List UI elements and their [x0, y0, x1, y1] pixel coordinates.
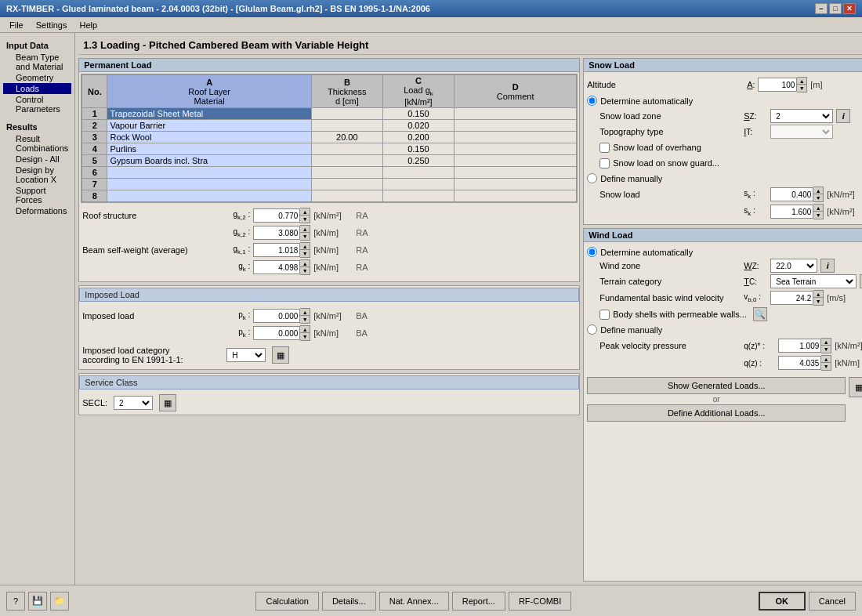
menu-settings[interactable]: Settings — [30, 19, 74, 31]
body-shells-search-btn[interactable]: 🔍 — [753, 307, 767, 321]
details-button[interactable]: Details... — [322, 592, 376, 611]
qz-spinner1[interactable]: ▲ ▼ — [778, 338, 831, 353]
snow-zone-select[interactable]: 123 — [770, 109, 833, 123]
close-button[interactable]: ✕ — [843, 3, 856, 14]
sk-input2[interactable] — [770, 205, 813, 219]
sidebar-item-beam-type[interactable]: Beam Type and Material — [3, 52, 71, 72]
terrain-category-select[interactable]: Sea Terrain Flat Country Rough Country C… — [770, 274, 857, 288]
open-button[interactable]: 📁 — [50, 592, 69, 611]
imposed-category-select[interactable]: HABCDE — [226, 348, 266, 362]
cell-5-c[interactable]: 0.250 — [382, 155, 454, 167]
cell-8-c[interactable] — [382, 190, 454, 202]
gk1-spinner[interactable]: ▲ ▼ — [253, 242, 310, 258]
cell-4-d[interactable] — [455, 143, 577, 155]
vb-input[interactable] — [770, 291, 813, 305]
pk-down2[interactable]: ▼ — [300, 333, 310, 340]
gk1-down[interactable]: ▼ — [300, 250, 310, 257]
save-button[interactable]: 💾 — [28, 592, 47, 611]
sk-spinner2[interactable]: ▲ ▼ — [770, 204, 824, 219]
topography-select[interactable] — [770, 125, 833, 139]
sidebar-item-support-forces[interactable]: Support Forces — [3, 185, 71, 205]
gk2-input1[interactable] — [253, 208, 300, 223]
help-button[interactable]: ? — [6, 592, 25, 611]
vb-down[interactable]: ▼ — [813, 298, 823, 305]
cell-7-a[interactable] — [107, 179, 311, 190]
category-icon-btn[interactable]: ▦ — [272, 346, 289, 364]
gk2-up1[interactable]: ▲ — [300, 208, 310, 216]
pk-up2[interactable]: ▲ — [300, 326, 310, 333]
cell-6-a[interactable] — [107, 167, 311, 179]
wind-zone-info-btn[interactable]: i — [820, 259, 835, 273]
ok-button[interactable]: OK — [759, 592, 806, 611]
cell-3-a[interactable]: Rock Wool — [107, 132, 311, 143]
cancel-button[interactable]: Cancel — [809, 592, 856, 611]
report-button[interactable]: Report... — [452, 592, 505, 611]
wind-manual-radio[interactable] — [587, 324, 597, 335]
gk-up[interactable]: ▲ — [300, 260, 310, 267]
minimize-button[interactable]: − — [815, 3, 828, 14]
secl-icon-btn[interactable]: ▦ — [159, 394, 176, 411]
altitude-up[interactable]: ▲ — [797, 78, 806, 85]
wind-auto-radio[interactable] — [587, 247, 597, 257]
sk-spinner1[interactable]: ▲ ▼ — [770, 187, 824, 202]
cell-3-c[interactable]: 0.200 — [382, 132, 454, 143]
cell-7-d[interactable] — [455, 179, 577, 190]
gk2-down2[interactable]: ▼ — [300, 233, 310, 240]
altitude-spinner[interactable]: ▲ ▼ — [758, 77, 807, 92]
sk-input1[interactable] — [770, 187, 813, 201]
body-shells-check[interactable] — [599, 310, 610, 320]
cell-5-d[interactable] — [455, 155, 577, 167]
permanent-load-table-scroll[interactable]: No. ARoof LayerMaterial BThicknessd [cm]… — [81, 74, 578, 203]
sidebar-item-design-all[interactable]: Design - All — [3, 154, 71, 165]
pk-input1[interactable] — [253, 309, 300, 323]
vb-up[interactable]: ▲ — [813, 291, 823, 298]
sidebar-item-control[interactable]: Control Parameters — [3, 94, 71, 114]
cell-3-d[interactable] — [455, 132, 577, 143]
maximize-button[interactable]: □ — [829, 3, 842, 14]
gk2-down1[interactable]: ▼ — [300, 216, 310, 223]
cell-8-b[interactable] — [311, 190, 382, 202]
qz-up1[interactable]: ▲ — [821, 339, 831, 346]
cell-7-c[interactable] — [382, 179, 454, 190]
cell-4-c[interactable]: 0.150 — [382, 143, 454, 155]
pk-down1[interactable]: ▼ — [300, 316, 310, 323]
cell-6-d[interactable] — [455, 167, 577, 179]
cell-8-a[interactable] — [107, 190, 311, 202]
sidebar-item-result-combinations[interactable]: Result Combinations — [3, 133, 71, 154]
cell-1-a[interactable]: Trapezoidal Sheet Metal — [107, 108, 311, 120]
cell-2-d[interactable] — [455, 120, 577, 132]
cell-4-a[interactable]: Purlins — [107, 143, 311, 155]
qz-input2[interactable] — [778, 356, 821, 370]
calculation-button[interactable]: Calculation — [255, 592, 318, 611]
cell-2-b[interactable] — [311, 120, 382, 132]
sidebar-item-loads[interactable]: Loads — [3, 83, 71, 94]
secl-select[interactable]: 123 — [114, 396, 153, 410]
sk-up2[interactable]: ▲ — [813, 205, 823, 212]
qz-spinner2[interactable]: ▲ ▼ — [778, 355, 831, 371]
cell-2-a[interactable]: Vapour Barrier — [107, 120, 311, 132]
cell-1-c[interactable]: 0.150 — [382, 108, 454, 120]
sidebar-item-geometry[interactable]: Geometry — [3, 72, 71, 83]
snow-guard-check[interactable] — [599, 158, 610, 168]
pk-spinner1[interactable]: ▲ ▼ — [253, 308, 310, 324]
qz-input1[interactable] — [778, 339, 821, 353]
cell-3-b[interactable]: 20.00 — [311, 132, 382, 143]
rf-combi-button[interactable]: RF-COMBI — [509, 592, 571, 611]
gk2-spinner1[interactable]: ▲ ▼ — [253, 208, 310, 223]
wind-zone-select[interactable]: 22.023.024.025.0 — [770, 259, 817, 273]
gk-spinner[interactable]: ▲ ▼ — [253, 259, 310, 275]
gk2-up2[interactable]: ▲ — [300, 226, 310, 233]
snow-overhang-check[interactable] — [599, 143, 610, 153]
cell-2-c[interactable]: 0.020 — [382, 120, 454, 132]
snow-auto-radio[interactable] — [587, 96, 597, 106]
pk-spinner2[interactable]: ▲ ▼ — [253, 325, 310, 341]
gk1-up[interactable]: ▲ — [300, 243, 310, 250]
cell-6-c[interactable] — [382, 167, 454, 179]
altitude-input[interactable] — [758, 78, 797, 92]
pk-input2[interactable] — [253, 326, 300, 340]
snow-zone-info-btn[interactable]: i — [836, 109, 850, 123]
snow-manual-radio[interactable] — [587, 173, 597, 183]
gk-down[interactable]: ▼ — [300, 267, 310, 274]
gk1-input[interactable] — [253, 243, 300, 257]
gk2-spinner2[interactable]: ▲ ▼ — [253, 225, 310, 241]
